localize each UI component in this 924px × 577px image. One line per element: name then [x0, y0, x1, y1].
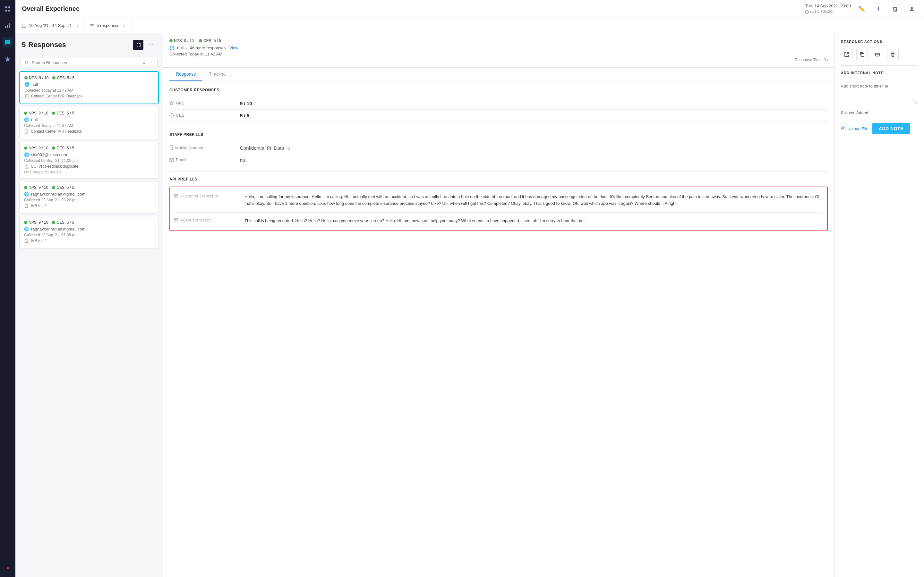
filterbar: 16 Aug '21 - 14 Sep '21 ▼ 5 responses ▼: [15, 18, 924, 33]
customer-responses-title: CUSTOMER RESPONSES: [170, 88, 828, 92]
form-icon-2: 📋: [24, 129, 29, 134]
right-panel: RESPONSE ACTIONS ADD IN: [834, 33, 924, 577]
ces-badge-1: CES: 5 / 5: [52, 76, 74, 80]
right-panel-divider: [841, 65, 918, 66]
delete-button[interactable]: [887, 49, 899, 60]
card-scores-3: NPS: 9 / 10 CES: 5 / 5: [24, 146, 154, 150]
detail-ces-value: 5 / 5: [214, 39, 221, 43]
upload-cloud-icon: [841, 126, 845, 131]
staff-prefills-title: STAFF PREFILLS: [170, 132, 828, 137]
card-date-5: Collected 23 Aug '21, 01:38 pm: [24, 233, 154, 237]
note-actions: Upload File ADD NOTE: [841, 123, 918, 134]
globe-icon-2: 🌐: [24, 117, 29, 122]
card-form-4: 📋 IVR test2: [24, 203, 154, 208]
more-options-button[interactable]: ⋯: [146, 40, 156, 50]
upload-label: Upload File: [847, 126, 869, 131]
response-card-4[interactable]: NPS: 9 / 10 CES: 5 / 5 🌐 raghavconradian…: [19, 181, 159, 213]
svg-rect-1: [8, 6, 10, 8]
card-scores-2: NPS: 9 / 10 CES: 5 / 5: [24, 111, 154, 115]
user-icon-btn[interactable]: [906, 3, 918, 15]
transcript-divider: [174, 212, 823, 213]
response-time-label: Response Time:: [795, 58, 822, 62]
responses-header: 5 Responses ⋯: [15, 33, 163, 58]
svg-point-10: [25, 61, 28, 63]
date-range-arrow: ▼: [76, 24, 79, 27]
date-range-filter[interactable]: 16 Aug '21 - 14 Sep '21 ▼: [22, 18, 84, 33]
add-note-button[interactable]: ADD NOTE: [872, 123, 910, 134]
main-area: Overall Experience Tue, 14 Sep 2021, 20:…: [15, 0, 924, 577]
search-box[interactable]: ⋮: [21, 58, 158, 67]
resize-indicator: ⤡: [841, 99, 918, 105]
detail-panel: NPS: 9 / 10 CES: 5 / 5 🌐 null ·: [163, 33, 834, 577]
response-card-5[interactable]: NPS: 9 / 10 CES: 5 / 5 🌐 raghavconradian…: [19, 216, 159, 248]
card-user-4: 🌐 raghavconradian@gmail.com: [24, 192, 154, 197]
card-user-1: 🌐 null: [24, 82, 153, 87]
open-external-button[interactable]: [841, 49, 853, 60]
form-icon-4: 📋: [24, 203, 29, 208]
ces-dot-5: [52, 221, 55, 224]
card-date-2: Collected Today at 11:37 AM: [24, 123, 154, 128]
email-value: null: [240, 157, 247, 163]
svg-rect-9: [22, 24, 26, 27]
svg-rect-4: [5, 26, 6, 28]
svg-rect-6: [9, 23, 10, 28]
sidebar-icon-chart[interactable]: [3, 21, 13, 31]
upload-icon-btn[interactable]: [873, 3, 884, 15]
detail-nps-value: 9 / 10: [184, 39, 194, 43]
nps-dot-2: [24, 111, 27, 115]
detail-globe-icon: 🌐: [170, 45, 174, 50]
search-input[interactable]: [32, 60, 139, 65]
detail-view-link[interactable]: View: [229, 45, 238, 50]
tab-timeline[interactable]: Timeline: [202, 68, 232, 81]
copy-button[interactable]: [856, 49, 868, 60]
trash-icon-btn[interactable]: [889, 3, 901, 15]
responses-filter[interactable]: 5 responses ▼: [84, 18, 132, 33]
edit-icon-btn[interactable]: ✏️: [856, 3, 867, 15]
ces-badge-2: CES: 5 / 5: [52, 111, 74, 115]
nps-badge-2: NPS: 9 / 10: [24, 111, 48, 115]
topbar-datetime: Tue, 14 Sep 2021, 20:09 (UTC +05:30): [805, 3, 851, 15]
mobile-row: Mobile Number Confidential PII Data ⧉: [170, 142, 828, 154]
sidebar-icon-grid[interactable]: [3, 4, 13, 14]
agent-transcript-value: This call is being recorded. Hello? Hell…: [244, 218, 586, 224]
nps-dot-5: [24, 221, 27, 224]
svg-rect-3: [8, 10, 10, 11]
response-card-3[interactable]: NPS: 9 / 10 CES: 5 / 5 🌐 skk001@cisco.co…: [19, 142, 159, 179]
add-internal-note-title: ADD INTERNAL NOTE: [841, 71, 918, 75]
sidebar-icon-chat[interactable]: [3, 37, 13, 47]
email-icon: [170, 158, 174, 162]
responses-count: 5 Responses: [22, 41, 66, 49]
responses-header-row: 5 Responses ⋯: [22, 40, 156, 50]
nps-dot-4: [24, 186, 27, 189]
note-textarea[interactable]: [841, 82, 918, 95]
copy-mobile-icon[interactable]: ⧉: [288, 146, 290, 151]
detail-collected: Collected Today at 11:42 AM: [170, 52, 828, 56]
globe-icon-5: 🌐: [24, 227, 29, 231]
ces-dot-4: [52, 186, 55, 189]
email-button[interactable]: [872, 49, 883, 60]
ces-dot-1: [52, 76, 55, 79]
card-comment-3: No Comments Added: [24, 170, 154, 174]
sort-icon[interactable]: [142, 60, 146, 64]
detail-content: CUSTOMER RESPONSES NPS 9 / 10 CES: [163, 81, 834, 577]
nps-icon: [170, 101, 174, 105]
sidebar-icon-star[interactable]: [3, 54, 13, 64]
customer-transcript-value: Hello, I am calling for my insurance. He…: [244, 193, 823, 207]
search-more-icon[interactable]: ⋮: [149, 60, 153, 65]
mobile-icon: [170, 145, 173, 150]
ces-row: CES 5 / 5: [170, 110, 828, 122]
detail-ces-badge: CES: 5 / 5: [199, 39, 221, 43]
search-actions: ⋮: [142, 60, 153, 65]
svg-rect-2: [5, 10, 7, 11]
app-container: ✦ Overall Experience Tue, 14 Sep 2021, 2…: [0, 0, 924, 577]
tab-response[interactable]: Response: [170, 68, 202, 81]
globe-icon-1: 🌐: [24, 82, 29, 87]
detail-header: NPS: 9 / 10 CES: 5 / 5 🌐 null ·: [163, 33, 834, 68]
response-card-2[interactable]: NPS: 9 / 10 CES: 5 / 5 🌐 null Collected …: [19, 107, 159, 139]
svg-rect-0: [5, 6, 7, 8]
upload-file-link[interactable]: Upload File: [841, 126, 869, 131]
detail-tabs: Response Timeline: [163, 68, 834, 81]
svg-rect-5: [7, 25, 8, 28]
response-card-1[interactable]: NPS: 9 / 10 CES: 5 / 5 🌐 null Collected …: [19, 71, 159, 104]
expand-button[interactable]: [133, 40, 144, 50]
